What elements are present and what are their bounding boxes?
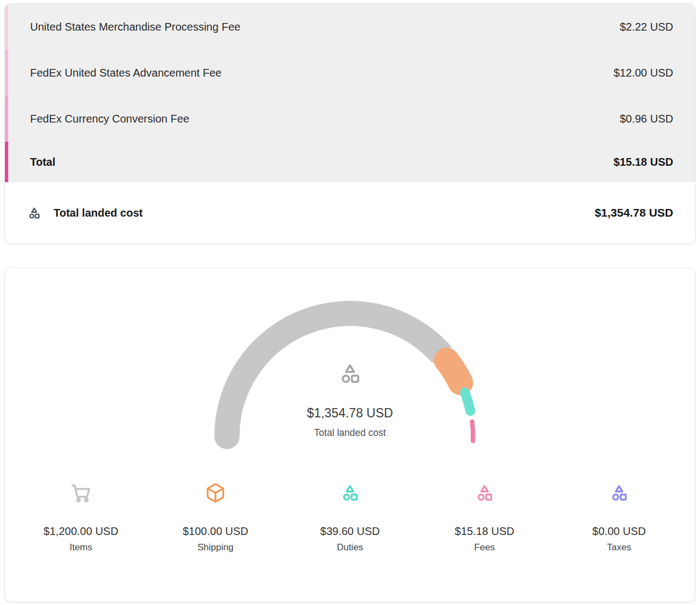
legend-amount: $39.60 USD: [283, 525, 417, 538]
landed-cost-chart-card: $1,354.78 USD Total landed cost $1,200.0…: [4, 267, 696, 602]
fee-total-row: Total $15.18 USD: [5, 142, 695, 182]
gauge-amount: $1,354.78 USD: [197, 406, 503, 421]
legend-label: Duties: [283, 542, 417, 553]
chart-legend: $1,200.00 USD Items $100.00 USD Shipping: [5, 482, 695, 553]
fee-row: FedEx Currency Conversion Fee $0.96 USD: [5, 96, 695, 142]
fee-row: FedEx United States Advancement Fee $12.…: [5, 50, 695, 96]
summary-amount: $1,354.78 USD: [594, 206, 673, 219]
landed-cost-shapes-icon: [337, 361, 363, 386]
fee-table: United States Merchandise Processing Fee…: [5, 4, 695, 182]
fee-amount: $12.00 USD: [614, 67, 673, 79]
gauge-label: Total landed cost: [197, 427, 503, 439]
legend-label: Shipping: [148, 542, 283, 553]
fee-total-amount: $15.18 USD: [614, 156, 673, 168]
legend-label: Fees: [417, 542, 552, 553]
legend-item-taxes: $0.00 USD Taxes: [552, 482, 686, 553]
landed-cost-shapes-icon: [27, 206, 42, 220]
shapes-icon: [474, 482, 495, 503]
legend-amount: $15.18 USD: [417, 525, 552, 538]
fee-label: FedEx Currency Conversion Fee: [30, 113, 189, 125]
cart-icon: [71, 482, 91, 503]
legend-item-items: $1,200.00 USD Items: [14, 482, 148, 553]
shapes-icon: [609, 482, 629, 503]
package-icon: [205, 482, 226, 503]
shapes-icon: [340, 482, 360, 503]
summary-label: Total landed cost: [54, 207, 143, 219]
fee-label: United States Merchandise Processing Fee: [30, 21, 241, 33]
legend-label: Taxes: [552, 542, 686, 553]
fee-amount: $0.96 USD: [620, 113, 673, 125]
legend-amount: $1,200.00 USD: [14, 525, 148, 538]
legend-amount: $100.00 USD: [148, 525, 283, 538]
fee-row: United States Merchandise Processing Fee…: [5, 4, 695, 50]
gauge-chart: $1,354.78 USD Total landed cost: [197, 283, 503, 469]
gauge-center: $1,354.78 USD Total landed cost: [197, 361, 503, 439]
legend-item-duties: $39.60 USD Duties: [283, 482, 417, 553]
fee-amount: $2.22 USD: [620, 21, 673, 33]
legend-item-fees: $15.18 USD Fees: [417, 482, 552, 553]
fee-total-label: Total: [30, 156, 55, 168]
legend-label: Items: [14, 542, 148, 553]
fees-breakdown-card: United States Merchandise Processing Fee…: [4, 3, 696, 244]
total-landed-cost-row: Total landed cost $1,354.78 USD: [5, 182, 695, 243]
legend-item-shipping: $100.00 USD Shipping: [148, 482, 283, 553]
legend-amount: $0.00 USD: [552, 525, 686, 538]
fee-label: FedEx United States Advancement Fee: [30, 67, 221, 79]
landed-cost-page: United States Merchandise Processing Fee…: [0, 3, 700, 602]
